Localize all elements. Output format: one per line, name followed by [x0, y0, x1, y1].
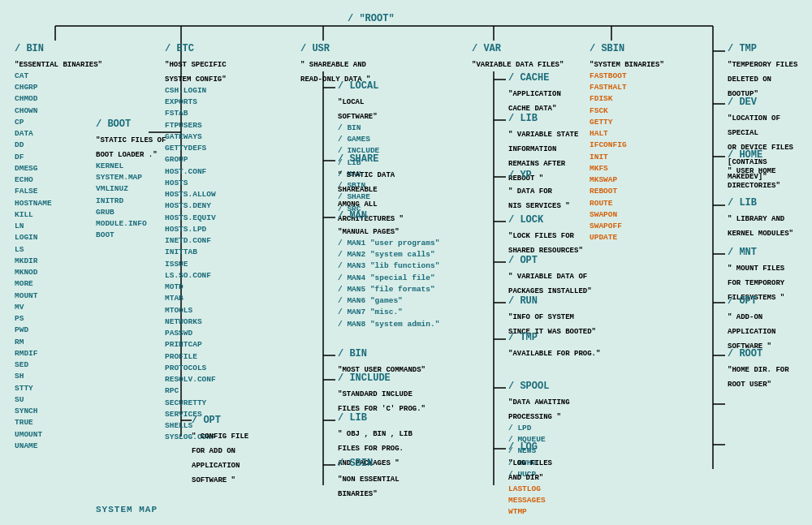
bin-desc: "ESSENTIAL BINARIES"	[15, 61, 102, 69]
boot-node: / BOOT "STATIC FILES OFBOOT LOADER ." KE…	[96, 116, 166, 242]
usr-header: / USR	[300, 43, 330, 54]
root-node: / "ROOT"	[348, 11, 395, 26]
var-node: / VAR "VARIABLE DATA FILES"	[472, 41, 564, 71]
usr-sbin-node: / SBIN "NON ESSENTIALBINARIES"	[338, 455, 400, 500]
var-opt-node: / OPT " VARIABLE DATA OFPACKAGES INSTALL…	[508, 252, 592, 297]
var-log-node: / LOG "LOG FILESAND DIR" LASTLOG MESSAGE…	[508, 439, 552, 519]
bin-node: / BIN "ESSENTIAL BINARIES" CAT CHGRP CHM…	[15, 41, 102, 452]
var-lock-node: / LOCK "LOCK FILES FORSHARED RESOURCES"	[508, 212, 583, 256]
sysmap-bottom-label: SYSTEM MAP	[96, 501, 158, 516]
opt-node: / OPT " ADD-ON APPLICATIONSOFTWARE "	[728, 293, 802, 352]
var-tmp-node: / TMP "AVAILABLE FOR PROG."	[508, 329, 600, 359]
boot-header: / BOOT	[96, 118, 131, 130]
tmp-node: / TMP "TEMPERORY FILESDELETED ON BOOTUP"	[728, 41, 802, 100]
root-dir-node: / ROOT "HOME DIR. FORROOT USER"	[728, 346, 789, 390]
usr-include-node: / INCLUDE "STANDARD INCLUDEFILES FOR 'C'…	[338, 370, 425, 415]
sbin-header: / SBIN	[590, 43, 624, 54]
etc-node: / ETC "HOST SPECIFICSYSTEM CONFIG" CSH.L…	[165, 41, 227, 444]
full-layout: / "ROOT" / BIN "ESSENTIAL BINARIES" CAT …	[6, 6, 802, 518]
usr-man-node: / MAN "MANUAL PAGES" / MAN1 "user progra…	[338, 208, 439, 330]
var-header: / VAR	[472, 43, 501, 54]
sbin-node: / SBIN "SYSTEM BINARIES" FASTBOOT FASTHA…	[590, 41, 664, 244]
root-header: / "ROOT"	[348, 13, 395, 24]
page: / "ROOT" / BIN "ESSENTIAL BINARIES" CAT …	[0, 0, 812, 525]
lib-node: / LIB " LIBRARY ANDKERNEL MODULES"	[728, 195, 793, 239]
bin-item: CAT	[15, 71, 102, 82]
etc-opt-node: / OPT " CONFIG FILEFOR ADD ONAPPLICATION…	[192, 412, 248, 486]
home-node: / HOME " USER HOMEDIRECTORIES"	[728, 147, 780, 191]
etc-header: / ETC	[165, 43, 194, 54]
var-yp-node: / YP " DATA FORNIS SERVICES "	[508, 167, 570, 212]
bin-header: / BIN	[15, 43, 44, 54]
var-cache-node: / CACHE "APPLICATIONCACHE DATA"	[508, 70, 561, 114]
